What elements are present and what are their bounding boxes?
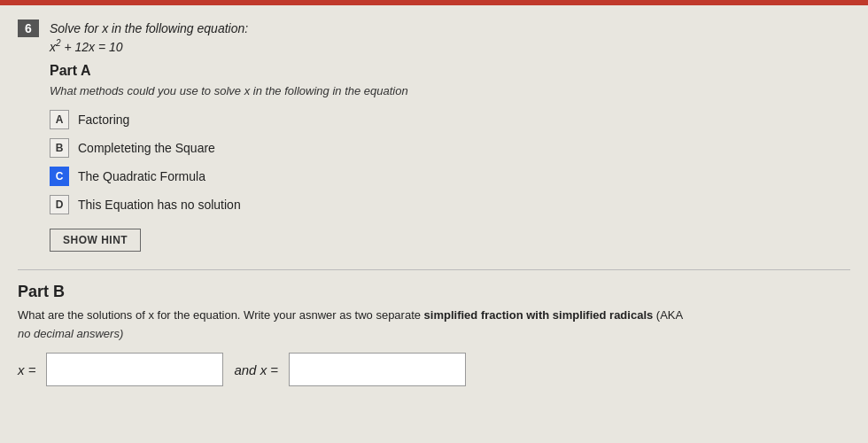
- part-b-instruction-text-2: (AKA: [653, 308, 683, 322]
- part-a-label: Part A: [50, 63, 850, 79]
- option-c-text: The Quadratic Formula: [78, 169, 205, 183]
- part-b-instruction: What are the solutions of x for the equa…: [18, 307, 850, 324]
- option-b-text: Completeting the Square: [78, 141, 215, 155]
- option-d-button[interactable]: D: [50, 195, 69, 214]
- section-divider: [18, 269, 850, 270]
- solve-text: Solve for x in the following equation:: [50, 19, 248, 38]
- answer-input-2[interactable]: [289, 353, 466, 386]
- option-row-c: C The Quadratic Formula: [50, 167, 850, 186]
- answer-options: A Factoring B Completeting the Square C …: [50, 110, 850, 214]
- and-label: and x =: [234, 362, 278, 377]
- part-b-instruction-bold: simplified fraction with simplified radi…: [424, 308, 654, 322]
- question-intro: Solve for x in the following equation: x…: [50, 19, 248, 54]
- option-a-button[interactable]: A: [50, 110, 69, 129]
- option-row-d: D This Equation has no solution: [50, 195, 850, 214]
- main-content: 6 Solve for x in the following equation:…: [0, 5, 868, 443]
- x-equals-label: x =: [18, 362, 35, 377]
- equation-display: x2 + 12x = 10: [50, 38, 248, 54]
- option-b-button[interactable]: B: [50, 138, 69, 158]
- part-b-instruction-text-1: What are the solutions of x for the equa…: [18, 308, 424, 322]
- option-row-a: A Factoring: [50, 110, 850, 129]
- question-number: 6: [18, 19, 39, 37]
- option-row-b: B Completeting the Square: [50, 138, 850, 158]
- part-a-instruction: What methods could you use to solve x in…: [50, 84, 850, 97]
- show-hint-button[interactable]: SHOW HINT: [50, 229, 141, 252]
- question-header: 6 Solve for x in the following equation:…: [18, 19, 850, 54]
- answer-input-1[interactable]: [46, 353, 223, 386]
- part-b-label: Part B: [18, 283, 850, 301]
- option-a-text: Factoring: [78, 113, 129, 127]
- option-c-button[interactable]: C: [50, 167, 69, 186]
- input-row: x = and x =: [18, 353, 850, 386]
- option-d-text: This Equation has no solution: [78, 198, 241, 212]
- part-b-subtext: no decimal answers): [18, 327, 850, 340]
